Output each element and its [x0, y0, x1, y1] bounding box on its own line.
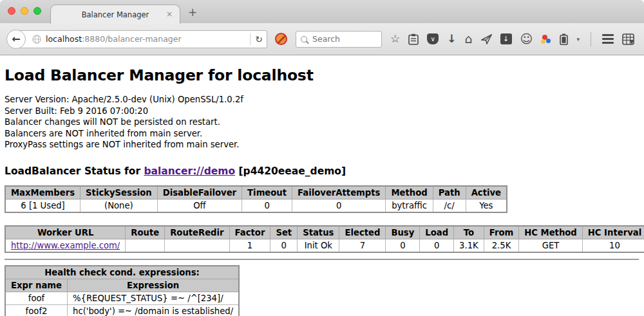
minimize-window-button[interactable]: [21, 7, 28, 15]
reload-icon[interactable]: ↻: [255, 35, 263, 44]
table-row: foof %{REQUEST_STATUS} =~ /^[234]/: [5, 292, 239, 304]
url-bar[interactable]: localhost:8880/balancer-manager ↻: [16, 30, 267, 48]
new-tab-button[interactable]: +: [188, 6, 197, 19]
persist-note-line: Balancer changes will NOT be persisted o…: [5, 116, 639, 128]
table-header-row: MaxMembers StickySession DisableFailover…: [5, 186, 507, 200]
tab-bar: Balancer Manager × +: [0, 0, 644, 23]
clipboard-icon[interactable]: [408, 33, 419, 45]
globe-icon: [32, 35, 41, 44]
table-row: 6 [1 Used] (None) Off 0 0 bytraffic /c/ …: [5, 199, 507, 212]
server-info: Server Version: Apache/2.5.0-dev (Unix) …: [5, 94, 639, 151]
browser-window: Balancer Manager × + ← localhost:8880/ba…: [0, 0, 644, 316]
url-domain: localhost: [46, 34, 82, 44]
table-header-row: Worker URL Route RouteRedir Factor Set S…: [5, 226, 644, 239]
downloads-icon[interactable]: ↓: [447, 33, 456, 44]
table-title-row: Health check cond. expressions:: [5, 266, 239, 279]
traffic-lights: [8, 7, 41, 15]
health-table-title: Health check cond. expressions:: [5, 266, 239, 279]
tab-balancer-manager[interactable]: Balancer Manager ×: [50, 5, 180, 24]
battery-extension-icon[interactable]: [560, 33, 568, 45]
bookmark-star-icon[interactable]: ☆: [390, 33, 400, 44]
overflow-caret-icon[interactable]: ▾: [576, 36, 580, 42]
balancer-status-heading: LoadBalancer Status for balancer://demo …: [5, 165, 639, 177]
urlbar-divider: [250, 33, 251, 45]
search-icon: [301, 36, 307, 42]
apps-grid-icon[interactable]: [622, 33, 634, 45]
toolbar-separator: [591, 32, 591, 46]
zoom-window-button[interactable]: [33, 7, 41, 15]
send-plane-icon[interactable]: [481, 34, 492, 44]
inherit-note-line: Balancers are NOT inherited from main se…: [5, 128, 639, 140]
content-blocked-icon[interactable]: [275, 33, 287, 45]
back-button[interactable]: ←: [6, 30, 26, 49]
table-header-row: Expr name Expression: [5, 279, 239, 292]
navigation-toolbar: ← localhost:8880/balancer-manager ↻ ☆: [0, 23, 644, 55]
page-title: Load Balancer Manager for localhost: [5, 66, 639, 84]
balancer-settings-table: MaxMembers StickySession DisableFailover…: [5, 185, 507, 213]
page-content: Load Balancer Manager for localhost Serv…: [0, 66, 644, 316]
table-row: foof2 hc('body') =~ /domain is establish…: [5, 304, 239, 316]
tab-close-icon[interactable]: ×: [166, 10, 173, 19]
pocket-icon[interactable]: ∨: [427, 33, 439, 44]
back-icon: ←: [12, 33, 20, 45]
proxypass-note-line: ProxyPass settings are NOT inherited fro…: [5, 139, 639, 151]
table-row: http://www.example.com/ 1 0 Init Ok 7 0 …: [5, 239, 644, 252]
health-check-table: Health check cond. expressions: Expr nam…: [5, 265, 240, 316]
worker-status-table: Worker URL Route RouteRedir Factor Set S…: [5, 225, 644, 253]
balancer-demo-link[interactable]: balancer://demo: [144, 165, 235, 177]
extension-dots-icon[interactable]: [541, 34, 551, 44]
url-path: :8880/balancer-manager: [82, 34, 181, 44]
search-input[interactable]: [311, 33, 369, 44]
emoji-smiley-icon[interactable]: ☺: [520, 33, 533, 45]
worker-url-link[interactable]: http://www.example.com/: [11, 241, 120, 250]
toolbar-icons: ☆ ∨ ↓ ⌂ ↓ ☺ ▾: [390, 32, 634, 46]
download-panel-icon[interactable]: ↓: [500, 33, 512, 44]
close-window-button[interactable]: [8, 7, 15, 15]
hamburger-menu-icon[interactable]: [602, 34, 614, 44]
home-icon[interactable]: ⌂: [465, 33, 473, 45]
tab-title: Balancer Manager: [82, 10, 149, 19]
server-version-line: Server Version: Apache/2.5.0-dev (Unix) …: [5, 94, 639, 106]
server-built-line: Server Built: Feb 9 2016 07:00:20: [5, 106, 639, 117]
section-divider: [5, 259, 639, 260]
search-box[interactable]: [296, 31, 382, 48]
